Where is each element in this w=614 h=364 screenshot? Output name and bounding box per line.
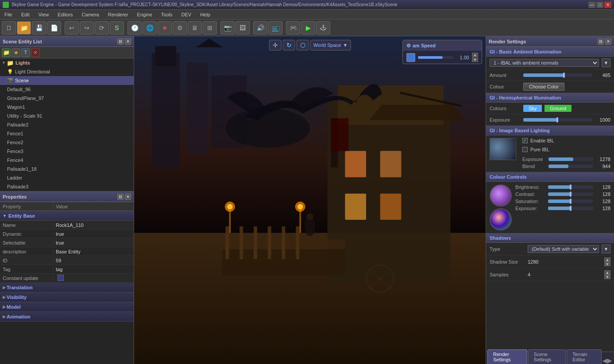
ibl-blend-slider[interactable] <box>548 165 593 168</box>
toolbar-star[interactable]: ★ <box>158 21 172 34</box>
shadow-size-up[interactable]: ▲ <box>604 257 610 262</box>
ibl-exposure-slider[interactable] <box>548 157 593 161</box>
entity-item-lights[interactable]: ▼ 📁 Lights <box>0 58 134 67</box>
cc-brightness-slider[interactable] <box>548 185 593 189</box>
viewport[interactable]: ✛ ↻ ⬡ World Space ▼ ⚙ am Speed 1.00 ▲ <box>134 36 486 364</box>
tab-terrain-editor[interactable]: Terrain Editor <box>567 349 602 364</box>
menu-file[interactable]: File <box>0 10 17 19</box>
shadow-type-dropdown[interactable]: (Default) Soft with variable sa <box>528 245 599 253</box>
cc-contrast-slider[interactable] <box>548 192 593 196</box>
entity-base-section[interactable]: ▼ Entity Base <box>0 211 134 221</box>
toolbar-controller[interactable]: 🎮 <box>286 21 300 34</box>
shadow-type-dropdown-btn[interactable]: ▼ <box>602 245 610 253</box>
entity-item-wagon1[interactable]: Wagon1 <box>0 103 134 111</box>
entity-item-scene[interactable]: 🎬 Scene <box>0 76 134 85</box>
toolbar-settings[interactable]: ⚙ <box>173 21 187 34</box>
panel-close-button[interactable]: ✕ <box>125 38 131 45</box>
menu-renderer[interactable]: Renderer <box>104 10 133 19</box>
entity-item-palisade3[interactable]: Palisade3 <box>0 182 134 191</box>
ibl-pure-checkbox[interactable] <box>522 147 528 152</box>
menu-engine[interactable]: Engine <box>133 10 157 19</box>
toolbar-gamepad[interactable]: 🕹 <box>316 21 330 34</box>
entity-item-light-directional[interactable]: 💡 Light Directional <box>0 67 134 76</box>
toolbar-saveas[interactable]: 📄 <box>47 21 61 34</box>
toolbar-refresh[interactable]: ⟳ <box>95 21 109 34</box>
entity-item-fence2[interactable]: Fence2 <box>0 138 134 147</box>
cc-saturation-slider[interactable] <box>548 199 593 203</box>
toolbar-save[interactable]: 💾 <box>32 21 46 34</box>
menu-dev[interactable]: DEV <box>177 10 196 19</box>
gi-ground-button[interactable]: Ground <box>544 105 572 112</box>
toolbar-clock[interactable]: 🕐 <box>127 21 142 34</box>
tab-render-settings[interactable]: Render Settings <box>487 349 527 364</box>
entity-star-button[interactable]: ★ <box>12 48 20 57</box>
vp-scale-button[interactable]: ⬡ <box>297 40 309 50</box>
choose-color-button[interactable]: Choose Color <box>523 83 564 91</box>
entity-item-default96[interactable]: Default_96 <box>0 85 134 94</box>
animation-section[interactable]: ▶ Animation <box>0 312 134 322</box>
vp-worldspace-dropdown[interactable]: World Space ▼ <box>310 40 351 50</box>
panel-pin-button[interactable]: ⊟ <box>117 38 124 45</box>
menu-help[interactable]: Help <box>196 10 215 19</box>
menu-camera[interactable]: Camera <box>77 10 104 19</box>
cam-panel-header: ⚙ am Speed <box>403 40 482 51</box>
maximize-button[interactable]: □ <box>596 2 603 8</box>
toolbar-screen[interactable]: 🖥 <box>188 21 202 34</box>
window-controls[interactable]: — □ ✕ <box>588 2 611 8</box>
entity-text-button[interactable]: T <box>21 48 30 57</box>
gi-mode-dropdown[interactable]: 1 - IBAL with ambient normals <box>490 59 599 67</box>
tab-scene-settings[interactable]: Scene Settings <box>528 349 566 364</box>
menu-tools[interactable]: Tools <box>157 10 177 19</box>
cc-exposure-slider[interactable] <box>548 207 593 210</box>
toolbar-camera[interactable]: 📷 <box>220 21 235 34</box>
toolbar-layers[interactable]: ⊞ <box>203 21 217 34</box>
cam-speed-up[interactable]: ▲ <box>472 53 478 57</box>
toolbar-redo[interactable]: ↪ <box>80 21 94 34</box>
toolbar-globe[interactable]: 🌐 <box>143 21 157 34</box>
shadow-size-down[interactable]: ▼ <box>604 262 610 266</box>
cam-speed-bar[interactable] <box>418 56 453 59</box>
entity-item-fence3[interactable]: Fence3 <box>0 147 134 156</box>
entity-delete-button[interactable]: ✕ <box>31 48 40 57</box>
close-button[interactable]: ✕ <box>604 2 611 8</box>
render-pin-button[interactable]: ⊟ <box>598 38 604 45</box>
toolbar-play[interactable]: ▶ <box>301 21 315 34</box>
entity-item-ladder[interactable]: Ladder <box>0 173 134 182</box>
props-pin-button[interactable]: ⊟ <box>117 194 124 200</box>
translation-section[interactable]: ▶ Translation <box>0 283 134 292</box>
constant-update-checkbox[interactable] <box>58 275 64 281</box>
toolbar-audio[interactable]: 🔊 <box>253 21 267 34</box>
vp-move-button[interactable]: ✛ <box>269 40 282 50</box>
gi-mode-dropdown-btn[interactable]: ▼ <box>602 58 610 67</box>
vp-rotate-button[interactable]: ↻ <box>283 40 295 50</box>
gi-hem-exposure-slider[interactable] <box>523 118 592 122</box>
toolbar-new[interactable]: 🗋 <box>2 21 16 34</box>
entity-item-groundplane97[interactable]: GroundPlane_97 <box>0 94 134 103</box>
model-section[interactable]: ▶ Model <box>0 302 134 312</box>
props-close-button[interactable]: ✕ <box>125 194 131 200</box>
cam-speed-down[interactable]: ▼ <box>472 57 478 62</box>
toolbar-image[interactable]: 🖼 <box>236 21 250 34</box>
minimize-button[interactable]: — <box>588 2 595 8</box>
shadow-samples-up[interactable]: ▲ <box>604 270 610 275</box>
toolbar-open[interactable]: 📁 <box>17 21 31 34</box>
svg-rect-21 <box>282 226 285 259</box>
visibility-section[interactable]: ▶ Visibility <box>0 292 134 302</box>
ibl-enable-checkbox[interactable]: ✓ <box>522 138 528 143</box>
entity-item-utility-scale91[interactable]: Utility - Scale 91 <box>0 111 134 120</box>
toolbar-monitor[interactable]: 📺 <box>268 21 282 34</box>
entity-item-palisade2[interactable]: Palisade2 <box>0 120 134 129</box>
render-close-button[interactable]: ✕ <box>605 38 611 45</box>
gi-amount-slider[interactable] <box>523 73 592 77</box>
menu-edit[interactable]: Edit <box>17 10 34 19</box>
menu-view[interactable]: View <box>34 10 54 19</box>
toolbar-undo[interactable]: ↩ <box>65 21 79 34</box>
menu-editors[interactable]: Editors <box>53 10 77 19</box>
entity-item-palisade1-18[interactable]: Palisade1_18 <box>0 165 134 173</box>
entity-new-button[interactable]: 📁 <box>2 48 11 57</box>
toolbar-script[interactable]: S <box>110 21 124 34</box>
entity-item-fence1[interactable]: Fence1 <box>0 129 134 138</box>
shadow-samples-down[interactable]: ▼ <box>604 275 610 279</box>
gi-sky-button[interactable]: Sky <box>523 105 542 112</box>
entity-item-fence4[interactable]: Fence4 <box>0 156 134 165</box>
